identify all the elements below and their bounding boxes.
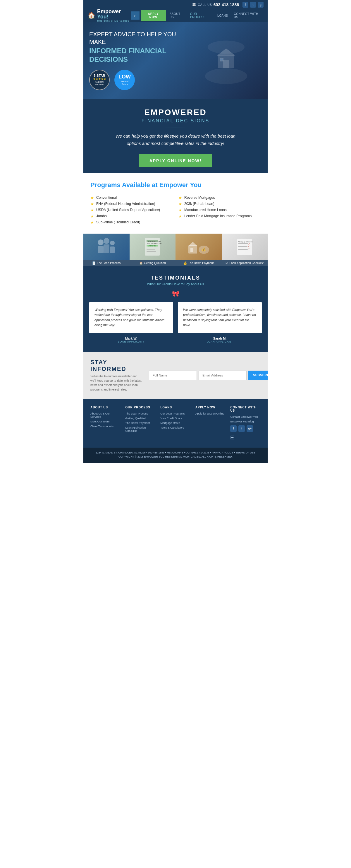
programs-right: ★Reverse Mortgages ★203k (Rehab Loan) ★M…: [178, 195, 260, 225]
getting-qualified-image: MORTGAGE LOAN APPLICATION FORM APPROVED: [130, 234, 176, 260]
list-item: ★Jumbo: [91, 213, 173, 219]
image-card-loan-process[interactable]: 📄 The Loan Process: [83, 234, 130, 266]
list-item: ★203k (Rehab Loan): [178, 201, 260, 207]
phone-icon: ☎: [192, 3, 196, 7]
call-label: CALL US: [198, 3, 212, 6]
nav-our-process[interactable]: OUR PROCESS: [188, 10, 214, 21]
footer-link-getting-qualified[interactable]: Getting Qualified: [126, 416, 156, 420]
footer-link-apply-online[interactable]: Apply for a Loan Online: [196, 412, 226, 415]
down-payment-label: 💰 The Down Payment: [176, 260, 222, 266]
testimonial-role-1: LOAN APPLICANT: [89, 340, 173, 343]
ribbon-icon: 🎀: [89, 290, 262, 298]
star-icon: ★: [91, 208, 94, 212]
svg-rect-30: [238, 243, 248, 244]
svg-text:MORTGAGE LOAN: MORTGAGE LOAN: [148, 241, 161, 242]
nav-about[interactable]: ABOUT US: [167, 10, 187, 21]
footer-link-tools[interactable]: Tools & Calculators: [160, 426, 191, 429]
nav-connect[interactable]: CONNECT WITH US: [232, 10, 264, 21]
footer-google-plus-icon[interactable]: g+: [247, 425, 253, 432]
footer-social-icons: f t g+: [230, 425, 260, 432]
star-icon: ★: [178, 214, 182, 218]
image-card-getting-qualified[interactable]: MORTGAGE LOAN APPLICATION FORM APPROVED …: [130, 234, 176, 266]
testimonials-subtitle: What Our Clients Have to Say About Us: [89, 282, 262, 286]
footer-heading-apply: APPLY NOW: [196, 406, 226, 409]
footer-heading-connect: CONNECT WITH US: [230, 406, 260, 412]
footer-link-contact[interactable]: Contact Empower You: [230, 415, 260, 418]
testimonial-author-2: Sarah M. LOAN APPLICANT: [178, 337, 262, 343]
empowered-subtitle: FINANCIAL DECISIONS: [89, 118, 262, 124]
empowered-title: EMPOWERED: [89, 108, 262, 117]
checklist-text: Loan Application Checklist: [229, 261, 264, 265]
footer-copyright: COPYRIGHT © 2018 EMPOWER YOU RESIDENTIAL…: [87, 455, 264, 458]
list-item: ★Conventional: [91, 195, 173, 201]
footer-link-loan-process[interactable]: The Loan Process: [126, 412, 156, 415]
testimonial-card-2: We were completely satisfied with Empowe…: [178, 302, 262, 333]
footer-col-loans: LOANS Our Loan Programs Your Credit Scor…: [160, 406, 191, 441]
footer-twitter-icon[interactable]: t: [238, 425, 245, 432]
footer-link-testimonials[interactable]: Client Testimonials: [91, 425, 121, 428]
checklist-svg: Mortgage Checklist ✓ ✓ ✓: [233, 237, 256, 257]
footer-link-credit-score[interactable]: Your Credit Score: [160, 416, 191, 420]
logo-icon: 🏠: [87, 12, 95, 19]
hands-svg: [200, 34, 252, 87]
testimonial-item-2: We were completely satisfied with Empowe…: [178, 302, 262, 343]
badge-low-big: LOW: [118, 74, 131, 80]
testimonial-name-1: Mark W.: [89, 337, 173, 340]
svg-rect-33: [238, 248, 246, 248]
home-nav-button[interactable]: ⌂: [131, 11, 139, 20]
list-item: ★FHA (Federal Housing Administration): [91, 201, 173, 207]
image-card-down-payment[interactable]: 💰 💰 The Down Payment: [176, 234, 222, 266]
hero-text: EXPERT ADVICE TO HELP YOU MAKE INFORMED …: [89, 30, 184, 90]
people-svg: [95, 237, 118, 257]
svg-rect-25: [190, 248, 193, 252]
twitter-icon[interactable]: t: [250, 2, 256, 8]
svg-rect-11: [98, 246, 104, 253]
navigation: 🏠 Empower You! Residential Mortgages ⌂ A…: [83, 9, 268, 22]
list-item: ★Sub-Prime (Troubled Credit): [91, 219, 173, 225]
apply-nav-button[interactable]: APPLY NOW: [141, 10, 166, 21]
star-icon: ★: [178, 208, 182, 212]
logo-name: Empower You!: [97, 9, 131, 19]
list-item: ★Lender Paid Mortgage Insurance Programs: [178, 213, 260, 219]
list-item: ★Reverse Mortgages: [178, 195, 260, 201]
footer-link-about-services[interactable]: About Us & Our Services: [91, 412, 121, 418]
footer-link-programs[interactable]: Our Loan Programs: [160, 412, 191, 415]
footer-facebook-icon[interactable]: f: [230, 425, 237, 432]
footer-link-meet-team[interactable]: Meet Our Team: [91, 420, 121, 423]
phone-number[interactable]: 602-418-1886: [213, 2, 239, 7]
badge-stars: ★★★★★: [93, 77, 106, 81]
footer-heading-about: ABOUT US: [91, 406, 121, 409]
footer-link-blog[interactable]: Empower You Blog: [230, 420, 260, 423]
google-plus-icon[interactable]: g: [258, 2, 264, 8]
image-card-checklist[interactable]: Mortgage Checklist ✓ ✓ ✓ ☑ Loan Applicat…: [222, 234, 268, 266]
stay-informed-form: SUBSCRIBE: [149, 371, 268, 380]
svg-text:Mortgage Checklist: Mortgage Checklist: [238, 241, 253, 243]
footer-link-mortgage-rates[interactable]: Mortgage Rates: [160, 421, 191, 425]
testimonials-title: TESTIMONIALS: [89, 275, 262, 281]
svg-point-10: [110, 241, 115, 245]
nav-loans[interactable]: LOANS: [215, 12, 230, 19]
subscribe-button[interactable]: SUBSCRIBE: [248, 371, 268, 380]
footer-link-checklist[interactable]: Loan Application Checklist: [126, 426, 156, 432]
fullname-input[interactable]: [149, 371, 197, 380]
logo[interactable]: 🏠 Empower You! Residential Mortgages: [87, 9, 131, 22]
footer-col-about: ABOUT US About Us & Our Services Meet Ou…: [91, 406, 121, 441]
badge-star-title: 5-STAR: [94, 74, 105, 77]
svg-rect-31: [238, 245, 247, 245]
house-money-svg: 💰: [187, 237, 210, 257]
programs-grid: ★Conventional ★FHA (Federal Housing Admi…: [91, 195, 260, 225]
footer-link-down-payment[interactable]: The Down Payment: [126, 421, 156, 425]
hero-image: [185, 22, 268, 99]
facebook-icon[interactable]: f: [243, 2, 248, 8]
programs-left: ★Conventional ★FHA (Federal Housing Admi…: [91, 195, 173, 225]
footer: ABOUT US About Us & Our Services Meet Ou…: [83, 399, 268, 447]
nav-items: ⌂ APPLY NOW ABOUT US OUR PROCESS LOANS C…: [131, 10, 264, 21]
low-interest-badge: LOW Interest Rates: [114, 70, 135, 90]
footer-bottom: 1234 S. MEAD ST. CHANDLER, AZ 85226 • 60…: [83, 447, 268, 463]
stay-informed-title: STAY INFORMED: [91, 359, 143, 372]
testimonial-item-1: Working with Empower You was painless. T…: [89, 302, 173, 343]
email-input[interactable]: [199, 371, 247, 380]
footer-col-process: OUR PROCESS The Loan Process Getting Qua…: [126, 406, 156, 441]
apply-online-button[interactable]: APPLY ONLINE NOW!: [139, 154, 212, 167]
stay-informed-left: STAY INFORMED Subscribe to our free news…: [91, 359, 143, 392]
